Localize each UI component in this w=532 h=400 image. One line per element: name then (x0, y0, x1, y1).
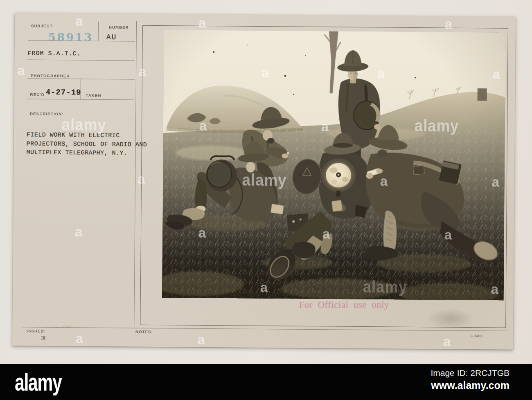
watermark-alamy: alamy (61, 116, 106, 133)
rule-left-column (134, 21, 137, 328)
watermark-a: a (198, 333, 205, 346)
alamy-logo: alamy (15, 368, 61, 396)
image-id-text: Image ID: 2RCJTGB (431, 368, 509, 378)
print-code: 3—5003 (471, 334, 484, 338)
issued-pencil-scribble (54, 324, 73, 330)
photographer-label: PHOTOGRAPHER (31, 74, 70, 79)
subject-number-value: 58913 (48, 31, 94, 44)
rule-subject-number-divider (98, 22, 99, 41)
watermark-a: a (75, 14, 83, 28)
subject-label: SUBJECT: (31, 24, 54, 28)
photograph (162, 30, 506, 301)
notes-label: NOTES: (135, 330, 153, 334)
photo-aging (162, 30, 506, 301)
alamy-footer-bar: alamy Image ID: 2RCJTGB www.alamy.com (0, 364, 532, 400)
recd-label: REC'D (30, 92, 45, 97)
taken-label: TAKEN (86, 93, 101, 98)
rule-under-from (27, 59, 135, 61)
issued-mark: M (39, 336, 46, 340)
description-label: DESCRIPTION: (30, 112, 64, 117)
description-line-3: MULTIPLEX TELEGRAPHY, N.Y. (26, 149, 127, 157)
recd-date-value: 4-27-19 (46, 88, 81, 97)
photo-scene (162, 30, 506, 301)
issued-label: ISSUED: (27, 328, 46, 333)
description-line-2: PROJECTORS, SCHOOL OF RADIO AND (27, 140, 147, 148)
watermark-a: a (76, 332, 83, 345)
watermark-a: a (75, 225, 83, 238)
number-value: AU (106, 33, 117, 41)
official-use-stamp: For Official use only (299, 299, 393, 310)
number-label: NUMBER (109, 25, 129, 29)
alamy-website-text: www.alamy.com (431, 380, 509, 391)
watermark-layer: a a a a a a a a alamy a a alamy a alamy … (15, 13, 516, 17)
archive-card: SUBJECT: NUMBER 58913 AU FROM S.A.T.C. P… (12, 13, 516, 350)
ink-smudge (424, 307, 477, 333)
description-line-1: FIELD WORK WITH ELECTRIC (27, 131, 120, 139)
watermark-a: a (443, 335, 451, 348)
watermark-a: a (18, 64, 25, 77)
stock-photo-page: SUBJECT: NUMBER 58913 AU FROM S.A.T.C. P… (0, 0, 532, 400)
from-line: FROM S.A.T.C. (27, 50, 81, 57)
